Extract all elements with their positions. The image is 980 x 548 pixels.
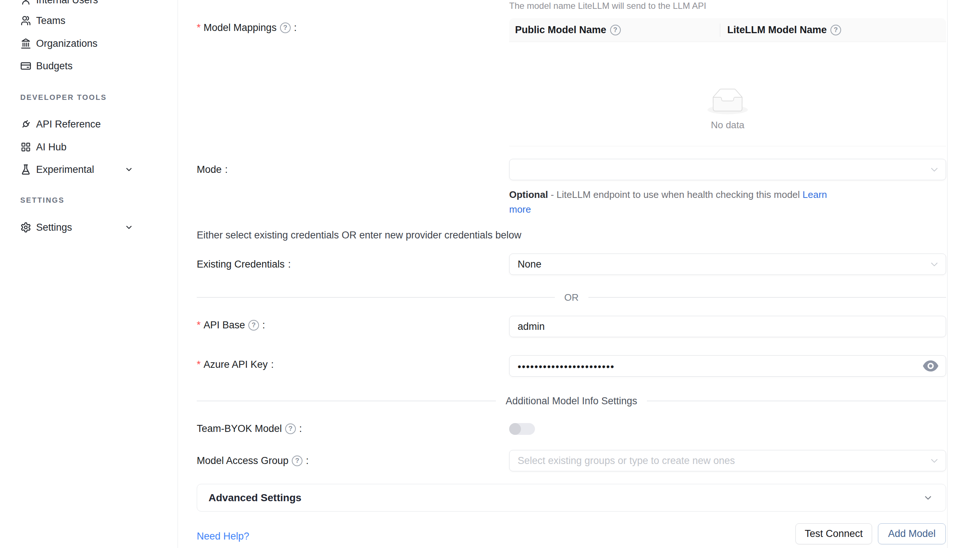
advanced-settings-label: Advanced Settings xyxy=(208,492,301,504)
divider-line xyxy=(197,401,496,401)
model-name-helper-text: The model name LiteLLM will send to the … xyxy=(509,1,706,11)
divider-line xyxy=(647,401,946,401)
api-base-input[interactable]: admin xyxy=(509,316,946,337)
chevron-down-icon xyxy=(124,165,134,174)
required-mark: * xyxy=(197,320,201,331)
help-icon[interactable]: ? xyxy=(248,320,259,331)
sidebar-item-label: Teams xyxy=(36,15,65,27)
sidebar-item-label: AI Hub xyxy=(36,142,67,153)
chevron-down-icon xyxy=(929,260,939,269)
toggle-knob xyxy=(509,423,521,435)
chevron-down-icon xyxy=(929,456,939,465)
extra-text: - LiteLLM endpoint to use when health ch… xyxy=(548,189,802,200)
flask-icon xyxy=(20,164,31,175)
team-byok-label: Team-BYOK Model ? : xyxy=(197,421,302,436)
chevron-down-icon xyxy=(929,165,939,174)
empty-state-text: No data xyxy=(711,119,744,131)
gear-icon xyxy=(20,222,31,233)
sidebar: Internal Users Teams Organizations Budge… xyxy=(0,0,178,548)
model-mappings-table: Public Model Name ? LiteLLM Model Name ?… xyxy=(509,18,946,146)
sidebar-item-label: Experimental xyxy=(36,164,94,175)
azure-api-key-masked-value: ••••••••••••••••••••••• xyxy=(518,361,614,373)
add-model-page: Internal Users Teams Organizations Budge… xyxy=(0,0,980,548)
sidebar-item-settings[interactable]: Settings xyxy=(0,216,178,239)
chevron-down-icon xyxy=(124,223,134,232)
eye-icon[interactable] xyxy=(923,360,939,371)
existing-credentials-label: Existing Credentials : xyxy=(197,257,291,272)
user-icon xyxy=(20,0,31,6)
plug-icon xyxy=(20,119,31,130)
mode-select[interactable] xyxy=(509,159,946,180)
mode-extra-help: Optional - LiteLLM endpoint to use when … xyxy=(509,187,834,217)
column-header-public-model-name: Public Model Name ? xyxy=(515,18,621,42)
required-mark: * xyxy=(197,22,201,33)
empty-box-icon xyxy=(707,88,748,114)
sidebar-item-teams[interactable]: Teams xyxy=(0,9,178,32)
sidebar-item-label: Internal Users xyxy=(36,0,98,6)
help-icon[interactable]: ? xyxy=(285,424,296,434)
chevron-down-icon xyxy=(923,493,933,503)
credentials-note: Either select existing credentials OR en… xyxy=(197,229,521,241)
api-base-value: admin xyxy=(518,321,545,332)
sidebar-item-ai-hub[interactable]: AI Hub xyxy=(0,135,178,158)
grid-icon xyxy=(20,142,31,153)
sidebar-item-experimental[interactable]: Experimental xyxy=(0,158,178,181)
model-mappings-label: * Model Mappings ? : xyxy=(197,20,297,35)
divider-line xyxy=(197,297,555,298)
bank-icon xyxy=(20,38,31,49)
help-icon[interactable]: ? xyxy=(280,22,291,33)
azure-api-key-input[interactable]: ••••••••••••••••••••••• xyxy=(509,355,946,377)
credit-card-icon xyxy=(20,61,31,72)
users-icon xyxy=(20,15,31,26)
column-separator xyxy=(720,24,720,37)
api-base-label: * API Base ? : xyxy=(197,318,265,332)
or-divider-text: OR xyxy=(555,292,589,303)
sidebar-item-label: API Reference xyxy=(36,119,101,130)
additional-info-divider-text: Additional Model Info Settings xyxy=(496,395,647,407)
add-model-form: The model name LiteLLM will send to the … xyxy=(178,0,948,548)
sidebar-item-api-reference[interactable]: API Reference xyxy=(0,113,178,135)
sidebar-item-label: Organizations xyxy=(36,38,98,49)
sidebar-section-developer-tools: DEVELOPER TOOLS xyxy=(20,92,107,102)
team-byok-toggle[interactable] xyxy=(509,423,535,435)
help-icon[interactable]: ? xyxy=(830,25,841,35)
existing-credentials-value: None xyxy=(518,259,542,270)
additional-info-divider: Additional Model Info Settings xyxy=(197,393,946,408)
azure-api-key-label: * Azure API Key : xyxy=(197,357,274,372)
sidebar-section-settings: SETTINGS xyxy=(20,195,64,205)
sidebar-item-label: Settings xyxy=(36,222,72,233)
empty-state: No data xyxy=(509,88,946,131)
column-header-litellm-model-name: LiteLLM Model Name ? xyxy=(727,18,841,42)
model-access-group-label: Model Access Group ? : xyxy=(197,453,309,468)
model-access-group-select[interactable]: Select existing groups or type to create… xyxy=(509,450,946,472)
table-header-row: Public Model Name ? LiteLLM Model Name ? xyxy=(509,18,946,42)
or-divider: OR xyxy=(197,290,946,305)
sidebar-item-budgets[interactable]: Budgets xyxy=(0,54,178,77)
divider-line xyxy=(589,297,947,298)
required-mark: * xyxy=(197,359,201,370)
add-model-button[interactable]: Add Model xyxy=(878,523,946,544)
sidebar-item-label: Budgets xyxy=(36,61,73,72)
existing-credentials-select[interactable]: None xyxy=(509,253,946,275)
help-icon[interactable]: ? xyxy=(610,25,621,35)
sidebar-item-organizations[interactable]: Organizations xyxy=(0,32,178,55)
extra-bold: Optional xyxy=(509,189,548,200)
mode-label: Mode : xyxy=(197,162,228,177)
advanced-settings-panel[interactable]: Advanced Settings xyxy=(197,484,946,511)
help-icon[interactable]: ? xyxy=(292,456,302,466)
need-help-link[interactable]: Need Help? xyxy=(197,530,250,542)
table-body: No data xyxy=(509,42,946,146)
test-connect-button[interactable]: Test Connect xyxy=(795,523,872,544)
model-access-group-placeholder: Select existing groups or type to create… xyxy=(518,455,735,467)
